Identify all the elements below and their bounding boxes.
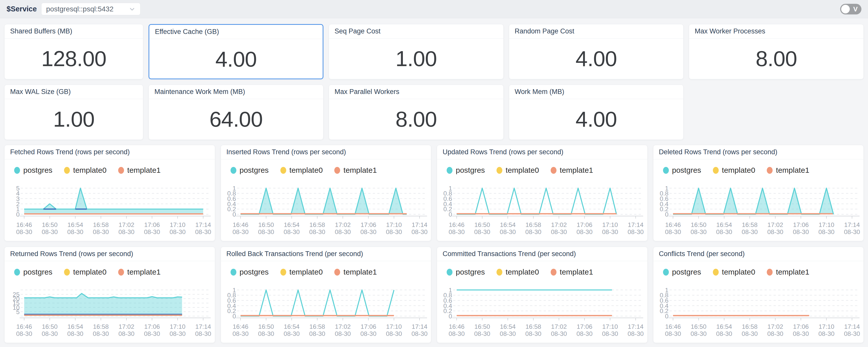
x-axis-label: 08-30 <box>551 228 567 235</box>
x-axis-label: 17:10 <box>170 221 185 228</box>
y-axis-label: 25 <box>13 291 20 298</box>
chart-body: postgrestemplate0template100.20.40.60.81… <box>221 166 431 240</box>
x-axis-label: 08-30 <box>449 330 465 337</box>
legend-item[interactable]: template1 <box>767 268 809 276</box>
legend-item[interactable]: postgres <box>663 166 701 175</box>
legend-item[interactable]: postgres <box>447 166 485 175</box>
stat-card[interactable]: Random Page Cost4.00 <box>509 24 684 79</box>
legend-item[interactable]: template1 <box>551 268 593 276</box>
legend-dot <box>767 269 773 276</box>
x-axis-label: 08-30 <box>42 330 58 337</box>
x-axis-label: 17:10 <box>386 221 402 228</box>
chart-plot: 00.20.40.60.8116:4608-3016:5008-3016:540… <box>221 179 431 240</box>
legend-item[interactable]: template0 <box>713 268 755 276</box>
toggle-knob[interactable] <box>841 5 850 13</box>
chart-body: postgrestemplate0template100.20.40.60.81… <box>653 166 864 240</box>
legend-label: template1 <box>127 166 161 175</box>
x-axis-label: 08-30 <box>42 228 58 235</box>
legend: postgrestemplate0template1 <box>230 268 431 276</box>
chart-body: postgrestemplate0template101234516:4608-… <box>5 166 215 240</box>
x-axis-label: 17:06 <box>144 323 160 330</box>
stat-value: 8.00 <box>329 99 503 139</box>
y-axis-label: 1 <box>665 185 668 192</box>
stat-card-title: Random Page Cost <box>509 24 684 38</box>
legend-item[interactable]: template1 <box>334 166 377 175</box>
x-axis-label: 08-30 <box>741 330 758 337</box>
chart-card[interactable]: Committed Transactions Trend (per second… <box>437 247 648 343</box>
x-axis-label: 17:02 <box>335 323 350 330</box>
legend-dot <box>280 269 286 276</box>
stat-value: 128.00 <box>5 38 143 79</box>
legend-label: template1 <box>343 166 377 175</box>
legend-dot <box>551 167 556 174</box>
chart-title: Fetched Rows Trend (rows per second) <box>5 145 215 159</box>
x-axis-label: 08-30 <box>360 330 376 337</box>
service-select[interactable]: postgresql::psql:5432 <box>41 3 141 15</box>
legend-item[interactable]: template0 <box>497 268 539 276</box>
stat-card[interactable]: Work Mem (MB)4.00 <box>509 85 684 140</box>
toggle-label: V <box>853 5 858 13</box>
x-axis-label: 17:02 <box>119 323 134 330</box>
legend-item[interactable]: template0 <box>280 166 323 175</box>
stat-card[interactable]: Max Parallel Workers8.00 <box>329 85 504 140</box>
legend-item[interactable]: postgres <box>14 166 52 175</box>
legend-dot <box>713 269 719 276</box>
stat-card[interactable]: Seq Page Cost1.00 <box>329 24 504 79</box>
legend-item[interactable]: postgres <box>14 268 52 276</box>
legend-item[interactable]: postgres <box>447 268 485 276</box>
stat-card[interactable]: Max WAL Size (GB)1.00 <box>4 85 143 140</box>
chart-body: postgrestemplate0template100.20.40.60.81… <box>437 268 647 342</box>
x-axis-label: 08-30 <box>577 228 593 235</box>
stat-card[interactable]: Max Worker Processes8.00 <box>689 24 864 79</box>
legend-item[interactable]: template0 <box>64 166 106 175</box>
legend-item[interactable]: template0 <box>280 268 323 276</box>
legend-dot <box>230 167 236 174</box>
chart-title: Updated Rows Trend (rows per second) <box>437 145 647 159</box>
legend-label: template0 <box>73 268 106 276</box>
x-axis-label: 08-30 <box>386 228 402 235</box>
version-toggle[interactable]: V <box>840 4 861 15</box>
legend-item[interactable]: template1 <box>118 166 161 175</box>
chart-card[interactable]: Rolled Back Transactions Trend (per seco… <box>221 247 431 343</box>
legend-item[interactable]: template1 <box>334 268 377 276</box>
legend-item[interactable]: template0 <box>64 268 106 276</box>
chart-card[interactable]: Conflicts Trend (per second)postgrestemp… <box>653 247 864 343</box>
x-axis-label: 08-30 <box>144 330 160 337</box>
stat-card[interactable]: Maintenance Work Mem (MB)64.00 <box>149 85 323 140</box>
x-axis-label: 08-30 <box>449 228 465 235</box>
x-axis-label: 08-30 <box>411 330 428 337</box>
x-axis-label: 08-30 <box>169 228 186 235</box>
x-axis-label: 16:46 <box>449 323 464 330</box>
x-axis-label: 16:54 <box>716 323 732 330</box>
chart-card[interactable]: Deleted Rows Trend (rows per second)post… <box>653 145 864 241</box>
legend-item[interactable]: template1 <box>767 166 809 175</box>
stat-value: 1.00 <box>329 38 503 79</box>
stat-card[interactable]: Effective Cache (GB)4.00 <box>149 24 323 79</box>
legend-dot <box>767 167 773 174</box>
y-axis-label: 1 <box>232 287 236 294</box>
chart-plot: 00.20.40.60.8116:4608-3016:5008-3016:540… <box>653 281 864 342</box>
legend-dot <box>280 167 286 174</box>
x-axis-label: 08-30 <box>195 228 211 235</box>
legend-item[interactable]: postgres <box>230 268 269 276</box>
legend-label: template0 <box>289 268 323 276</box>
chart-card[interactable]: Returned Rows Trend (rows per second)pos… <box>4 247 215 343</box>
legend-item[interactable]: template1 <box>551 166 593 175</box>
stat-card-title: Shared Buffers (MB) <box>5 24 143 38</box>
chart-card[interactable]: Updated Rows Trend (rows per second)post… <box>437 145 648 241</box>
legend-item[interactable]: template0 <box>497 166 539 175</box>
legend-item[interactable]: template1 <box>118 268 161 276</box>
chart-card[interactable]: Fetched Rows Trend (rows per second)post… <box>4 145 215 241</box>
stat-card[interactable]: Shared Buffers (MB)128.00 <box>4 24 143 79</box>
legend-label: template0 <box>506 268 539 276</box>
legend-item[interactable]: postgres <box>663 268 701 276</box>
legend-item[interactable]: template0 <box>713 166 755 175</box>
legend-label: template1 <box>343 268 377 276</box>
x-axis-label: 17:06 <box>577 323 592 330</box>
chart-card[interactable]: Inserted Rows Trend (rows per second)pos… <box>221 145 431 241</box>
chart-body: postgrestemplate0template100.20.40.60.81… <box>221 268 431 342</box>
legend-dot <box>663 167 669 174</box>
legend-item[interactable]: postgres <box>230 166 269 175</box>
legend: postgrestemplate0template1 <box>14 268 215 276</box>
stat-value: 8.00 <box>689 38 863 79</box>
